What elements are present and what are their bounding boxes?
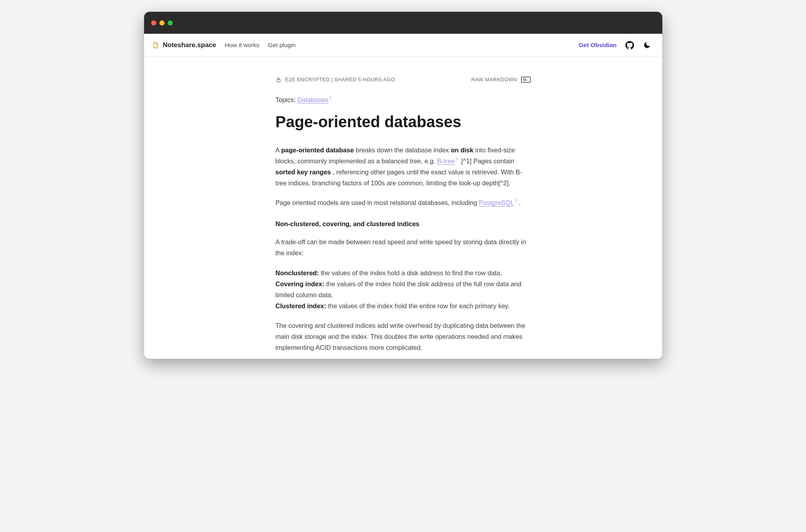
def-text-clustered: the values of the index hold the entire …: [328, 302, 510, 309]
traffic-lights: [151, 20, 173, 26]
nav-get-plugin[interactable]: Get plugin: [268, 42, 296, 49]
paragraph-4: The covering and clustered indices add w…: [276, 320, 531, 353]
paragraph-1: A page-oriented database breaks down the…: [276, 144, 531, 188]
def-label-nonclustered: Nonclustered:: [276, 269, 319, 276]
text: A: [276, 146, 281, 154]
article: E2E ENCRYPTED | SHARED 5 HOURS AGO RAW M…: [268, 57, 539, 359]
def-label-covering: Covering index:: [276, 280, 325, 287]
text: breaks down the database index: [356, 146, 451, 154]
topic-link-databases[interactable]: Databases: [297, 96, 328, 103]
svg-rect-0: [277, 79, 280, 82]
text: .: [519, 199, 521, 206]
content-scroll[interactable]: E2E ENCRYPTED | SHARED 5 HOURS AGO RAW M…: [144, 57, 662, 359]
topics-line: Topics: Databases?: [276, 94, 531, 105]
navbar-left: Noteshare.space How it works Get plugin: [152, 41, 296, 49]
topics-label: Topics:: [276, 96, 298, 103]
app-window: Noteshare.space How it works Get plugin …: [144, 12, 662, 359]
get-obsidian-link[interactable]: Get Obsidian: [579, 42, 616, 49]
raw-markdown-label: RAW MARKDOWN: [471, 75, 517, 84]
close-window-button[interactable]: [151, 20, 156, 26]
note-icon: [152, 41, 159, 49]
bold-text: sorted key ranges: [276, 168, 331, 176]
bold-text: page-oriented database: [281, 146, 354, 154]
paragraph-3: A trade-off can be made between read spe…: [276, 236, 531, 258]
bold-text: on disk: [451, 146, 473, 154]
help-icon: ?: [515, 199, 517, 203]
github-icon[interactable]: [625, 41, 634, 49]
meta-encrypted-shared: E2E ENCRYPTED | SHARED 5 HOURS AGO: [285, 75, 395, 84]
brand-label: Noteshare.space: [163, 41, 216, 49]
lock-icon: [276, 77, 281, 83]
definitions-block: Nonclustered: the values of the index ho…: [276, 267, 531, 311]
text: Page oriented models are used in most re…: [276, 199, 479, 206]
help-icon: ?: [329, 96, 331, 101]
text: .[^1] Pages contain: [459, 157, 514, 165]
paragraph-2: Page oriented models are used in most re…: [276, 197, 531, 208]
window-titlebar: [144, 12, 662, 34]
navbar: Noteshare.space How it works Get plugin …: [144, 34, 662, 57]
section-heading: Non-clustered, covering, and clustered i…: [276, 218, 531, 229]
link-postgresql[interactable]: PostgreSQL: [479, 199, 514, 206]
def-label-clustered: Clustered index:: [276, 302, 326, 309]
maximize-window-button[interactable]: [168, 20, 173, 26]
minimize-window-button[interactable]: [159, 20, 164, 26]
def-text-nonclustered: the values of the index hold a disk addr…: [321, 269, 502, 276]
meta-row: E2E ENCRYPTED | SHARED 5 HOURS AGO RAW M…: [276, 75, 531, 84]
page-title: Page-oriented databases: [276, 112, 531, 131]
link-b-tree[interactable]: B-tree: [437, 157, 455, 165]
brand[interactable]: Noteshare.space: [152, 41, 216, 49]
markdown-icon: M↓: [521, 77, 530, 83]
dark-mode-icon[interactable]: [643, 41, 651, 49]
meta-left: E2E ENCRYPTED | SHARED 5 HOURS AGO: [276, 75, 395, 84]
raw-markdown-link[interactable]: RAW MARKDOWN M↓: [471, 75, 530, 84]
help-icon: ?: [455, 157, 458, 162]
navbar-right: Get Obsidian: [579, 41, 651, 49]
nav-how-it-works[interactable]: How it works: [225, 42, 260, 49]
